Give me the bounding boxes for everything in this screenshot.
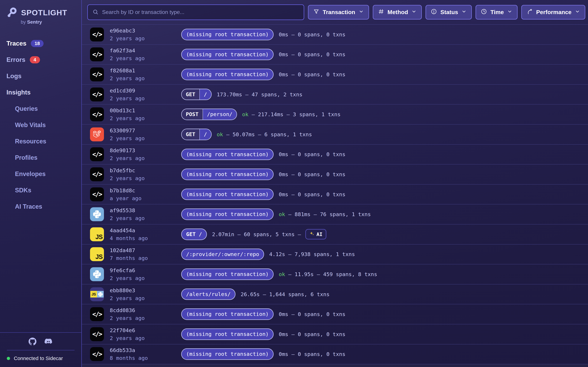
trace-age: 4 months ago	[110, 235, 181, 241]
trace-age: 2 years ago	[110, 335, 181, 341]
sidebar-item-web-vitals[interactable]: Web Vitals	[7, 117, 81, 133]
code-platform-icon: </>	[90, 67, 104, 81]
trace-stats: ok — 50.07ms — 6 spans, 1 txns	[217, 131, 312, 137]
app-subtitle: by Sentry	[0, 19, 81, 25]
trace-row[interactable]: 9fe6cfa6 2 years ago (missing root trans…	[82, 264, 588, 284]
trace-row[interactable]: </> 00bd13c1 2 years ago POST/person/ok …	[82, 104, 588, 125]
trace-row[interactable]: </> f82608a1 2 years ago (missing root t…	[82, 65, 588, 85]
trace-count-badge: 18	[31, 40, 43, 47]
sidebar-item-logs[interactable]: Logs	[7, 68, 81, 84]
trace-row[interactable]: </> 8de90173 2 years ago (missing root t…	[82, 145, 588, 165]
sidebar-item-label: Resources	[15, 138, 46, 145]
method-path-badge: POST/person/	[181, 108, 237, 120]
sidebar-item-profiles[interactable]: Profiles	[7, 150, 81, 166]
code-platform-icon: </>	[90, 307, 104, 321]
method-path-badge: GET/	[181, 129, 212, 140]
performance-icon	[527, 8, 533, 16]
spotlight-magnifier-icon	[7, 7, 18, 19]
sidebar-item-errors[interactable]: Errors 4	[7, 52, 81, 68]
trace-stats: 0ms — 0 spans, 0 txns	[279, 51, 345, 58]
trace-id: b7b18d8c	[110, 187, 181, 193]
error-count-badge: 4	[30, 56, 40, 63]
trace-age: 2 years ago	[110, 75, 181, 81]
transaction-path: /	[199, 89, 211, 100]
trace-age: 2 years ago	[110, 295, 181, 301]
sidebar-item-ai-traces[interactable]: AI Traces	[7, 199, 81, 215]
trace-row[interactable]: </> 8cdd0836 2 years ago (missing root t…	[82, 304, 588, 324]
sidebar-item-envelopes[interactable]: Envelopes	[7, 166, 81, 182]
sidebar-item-label: Web Vitals	[15, 121, 46, 129]
connected-label: Connected to Sidecar	[14, 355, 63, 361]
filter-button-performance[interactable]: Performance	[521, 5, 585, 19]
trace-row[interactable]: </> 66db533a 8 months ago (missing root …	[82, 344, 588, 365]
filter-button-time[interactable]: Time	[476, 5, 518, 19]
transaction-badge: GET /	[181, 228, 207, 240]
status-ok-label: ok	[279, 271, 285, 277]
sidebar-item-label: SDKs	[15, 187, 31, 194]
trace-age: 2 years ago	[110, 215, 181, 221]
trace-row[interactable]: </> ed1cd309 2 years ago GET/173.70ms — …	[82, 85, 588, 105]
sidebar-item-resources[interactable]: Resources	[7, 133, 81, 150]
transaction-badge: /alerts/rules/	[181, 289, 235, 300]
trace-row[interactable]: af9d5538 2 years ago (missing root trans…	[82, 204, 588, 225]
trace-id: e96eabc3	[110, 27, 181, 34]
chevron-down-icon	[359, 9, 364, 16]
discord-icon[interactable]	[44, 337, 53, 346]
trace-row-partial[interactable]	[82, 364, 588, 367]
filter-button-transaction[interactable]: Transaction	[308, 5, 369, 19]
trace-stats: ok — 11.95s — 459 spans, 8 txns	[279, 271, 377, 277]
trace-id: 8cdd0836	[110, 307, 181, 313]
trace-row[interactable]: JS ebb880e3 2 years ago /alerts/rules/26…	[82, 284, 588, 304]
sidebar-item-insights[interactable]: Insights	[7, 84, 81, 100]
javascript-mini-icon: JS	[90, 291, 97, 298]
trace-row[interactable]: </> b7de5fbc 2 years ago (missing root t…	[82, 165, 588, 184]
connected-dot	[7, 357, 10, 360]
http-method: GET	[182, 89, 199, 100]
trace-row[interactable]: </> 22f704e6 2 years ago (missing root t…	[82, 324, 588, 344]
missing-root-transaction-badge: (missing root transaction)	[181, 189, 274, 200]
trace-id: ebb880e3	[110, 287, 181, 293]
missing-root-transaction-badge: (missing root transaction)	[181, 49, 274, 60]
sidebar-item-queries[interactable]: Queries	[7, 100, 81, 117]
javascript-platform-icon: JS	[90, 247, 104, 261]
github-icon[interactable]	[29, 338, 36, 345]
trace-stats: 0ms — 0 spans, 0 txns	[279, 351, 345, 357]
filter-label: Transaction	[323, 9, 355, 16]
trace-row[interactable]: JS 4aad454a 4 months ago GET /2.07min — …	[82, 225, 588, 244]
sidebar-item-traces[interactable]: Traces 18	[7, 35, 81, 52]
missing-root-transaction-badge: (missing root transaction)	[181, 209, 274, 220]
filter-button-status[interactable]: Status	[425, 5, 472, 19]
trace-stats: 173.70ms — 47 spans, 2 txns	[217, 92, 303, 98]
trace-row[interactable]: 63300977 2 years ago GET/ok — 50.07ms — …	[82, 125, 588, 145]
sidebar-item-sdks[interactable]: SDKs	[7, 182, 81, 199]
trace-stats: 0ms — 0 spans, 0 txns	[279, 32, 345, 38]
missing-root-transaction-badge: (missing root transaction)	[181, 29, 274, 40]
python-platform-icon	[90, 207, 104, 221]
javascript-platform-icon: JS	[90, 227, 104, 241]
sidebar-item-label: Queries	[15, 105, 38, 112]
trace-row[interactable]: </> fa62f3a4 2 years ago (missing root t…	[82, 45, 588, 65]
status-ok-label: ok	[242, 111, 248, 117]
trace-row[interactable]: </> e96eabc3 2 years ago (missing root t…	[82, 25, 588, 45]
transaction-path: /	[199, 129, 211, 140]
trace-id: 9fe6cfa6	[110, 267, 181, 273]
clock-icon	[481, 8, 487, 16]
search-input[interactable]	[102, 9, 299, 15]
trace-id: fa62f3a4	[110, 47, 181, 53]
trace-stats: 0ms — 0 spans, 0 txns	[279, 191, 345, 197]
laravel-platform-icon	[90, 127, 104, 141]
trace-list: </> e96eabc3 2 years ago (missing root t…	[82, 25, 588, 367]
method-path-badge: GET/	[181, 89, 212, 100]
trace-id: 66db533a	[110, 347, 181, 353]
logo: SPOTLIGHT	[0, 0, 81, 19]
main-panel: Transaction Method Status Time Performan…	[82, 0, 588, 367]
search-bar[interactable]	[87, 4, 304, 20]
missing-root-transaction-badge: (missing root transaction)	[181, 149, 274, 160]
filter-button-method[interactable]: Method	[373, 5, 422, 19]
trace-stats: 0ms — 0 spans, 0 txns	[279, 331, 345, 337]
trace-row[interactable]: JS 102da487 7 months ago /:provider/:own…	[82, 244, 588, 265]
code-platform-icon: </>	[90, 327, 104, 341]
python-mini-icon	[97, 291, 104, 298]
sidebar-item-label: Profiles	[15, 154, 37, 161]
trace-row[interactable]: </> b7b18d8c a year ago (missing root tr…	[82, 184, 588, 205]
